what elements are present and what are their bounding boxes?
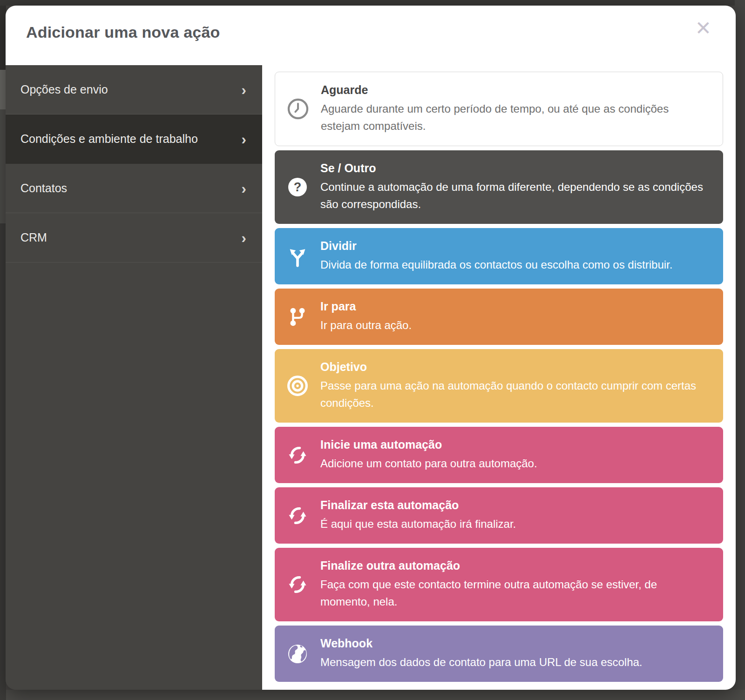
split-arrows-icon [275,245,320,268]
sidebar-item-label: Opções de envio [20,83,108,96]
chevron-right-icon: › [241,181,246,196]
action-title: Webhook [320,637,709,650]
action-card-finalize-outra-automacao[interactable]: Finalize outra automação Faça com que es… [275,548,723,621]
action-title: Finalize outra automação [320,559,709,572]
sync-icon [275,574,320,595]
action-title: Inicie uma automação [320,438,709,451]
action-title: Ir para [320,300,709,313]
action-card-objetivo[interactable]: Objetivo Passe para uma ação na automaçã… [275,349,723,423]
action-categories-sidebar: Opções de envio › Condições e ambiente d… [6,65,262,690]
action-description: Mensagem dos dados de contato para uma U… [320,653,709,671]
action-card-se-outro[interactable]: ? Se / Outro Continue a automação de uma… [275,150,723,224]
sidebar-item-crm[interactable]: CRM › [6,213,262,262]
sidebar-item-contatos[interactable]: Contatos › [6,164,262,213]
backdrop-right [735,0,745,700]
action-description: Aguarde durante um certo período de temp… [321,100,709,135]
globe-icon [275,643,320,665]
chevron-right-icon: › [241,230,246,245]
action-card-ir-para[interactable]: Ir para Ir para outra ação. [275,289,723,345]
chevron-right-icon: › [241,82,246,97]
backdrop-bottom [0,690,745,700]
action-description: Continue a automação de uma forma difere… [320,178,709,213]
action-card-inicie-automacao[interactable]: Inicie uma automação Adicione um contato… [275,427,723,483]
modal-title: Adicionar uma nova ação [26,23,220,41]
add-action-modal: Adicionar uma nova ação ✕ Opções de envi… [6,6,736,690]
branch-icon [275,306,320,328]
action-card-dividir[interactable]: Dividir Divida de forma equilibrada os c… [275,228,723,284]
sidebar-item-label: Condições e ambiente de trabalho [20,132,198,146]
svg-text:?: ? [294,180,302,194]
action-card-aguarde[interactable]: Aguarde Aguarde durante um certo período… [275,72,723,146]
sidebar-item-label: Contatos [20,182,67,195]
action-card-finalizar-esta-automacao[interactable]: Finalizar esta automação É aqui que esta… [275,487,723,544]
action-title: Aguarde [321,83,709,97]
action-description: É aqui que esta automação irá finalizar. [320,515,709,532]
sidebar-item-opcoes-de-envio[interactable]: Opções de envio › [6,65,262,114]
action-title: Finalizar esta automação [320,498,709,512]
action-description: Passe para uma ação na automação quando … [320,377,709,411]
action-description: Faça com que este contacto termine outra… [320,576,709,610]
action-title: Dividir [320,239,709,253]
action-description: Adicione um contato para outra automação… [320,455,709,472]
modal-header: Adicionar uma nova ação ✕ [6,6,736,65]
sync-icon [275,505,320,526]
sync-icon [275,445,320,465]
action-title: Objetivo [320,360,709,374]
close-icon[interactable]: ✕ [695,19,711,38]
action-description: Ir para outra ação. [320,316,709,334]
action-title: Se / Outro [320,162,709,175]
actions-list-panel: Aguarde Aguarde durante um certo período… [262,65,736,690]
action-description: Divida de forma equilibrada os contactos… [320,256,709,273]
sidebar-item-condicoes-e-ambiente[interactable]: Condições e ambiente de trabalho › [6,114,262,164]
sidebar-item-label: CRM [20,231,47,244]
chevron-right-icon: › [241,132,246,147]
action-card-webhook[interactable]: Webhook Mensagem dos dados de contato pa… [275,626,723,682]
clock-icon [275,97,321,121]
question-icon: ? [275,176,320,198]
target-icon [275,374,320,397]
backdrop-top [0,0,745,6]
